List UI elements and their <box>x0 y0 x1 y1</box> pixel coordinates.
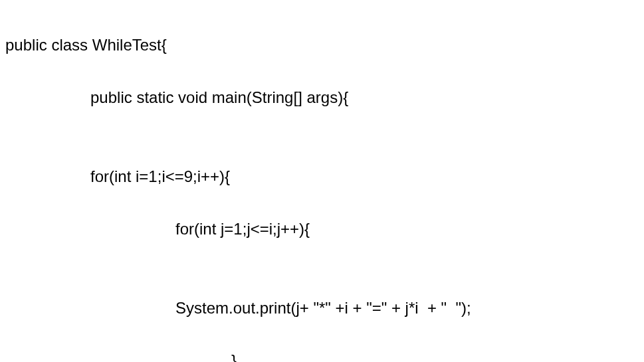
code-line: for(int i=1;i<=9;i++){ <box>5 163 644 190</box>
code-line: for(int j=1;j<=i;j++){ <box>5 216 644 242</box>
code-line: public static void main(String[] args){ <box>5 84 644 111</box>
code-line: public class WhileTest{ <box>5 32 644 58</box>
code-line: System.out.print(j+ "*" +i + "=" + j*i +… <box>5 295 644 321</box>
code-line: } <box>5 347 644 362</box>
code-block: public class WhileTest{ public static vo… <box>5 5 644 362</box>
